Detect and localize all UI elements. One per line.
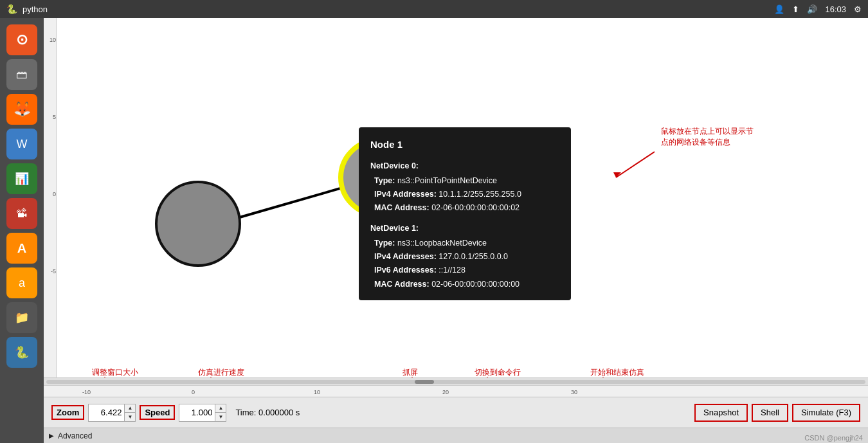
scrollbar-thumb[interactable] (415, 380, 434, 384)
tooltip-prop-ipv4-1: IPv4 Addresses: 127.0.0.1/255.0.0.0 (370, 250, 559, 264)
horizontal-scrollbar[interactable] (44, 377, 868, 385)
tooltip-section-1-title: NetDevice 1: (370, 222, 559, 235)
sidebar-item-files[interactable]: 🗃 (6, 59, 37, 90)
taskbar: 🐍 python 👤 ⬆ 🔊 16:03 ⚙ (0, 0, 868, 18)
main-content: 10 5 0 -5 Node 1 NetDevice 0: Type: ns3:… (44, 18, 868, 443)
sidebar-item-impress[interactable]: 📽 (6, 198, 37, 229)
simulate-key: (F3) (836, 408, 851, 417)
time-display: Time: 0.000000 s (235, 408, 300, 417)
speed-spinbox[interactable]: ▲ ▼ (179, 404, 226, 422)
speed-down-arrow[interactable]: ▼ (215, 413, 226, 421)
node-0[interactable] (156, 182, 240, 266)
person-icon: 👤 (774, 5, 784, 14)
tooltip-prop-ipv4-0: IPv4 Addresses: 10.1.1.2/255.255.255.0 (370, 188, 559, 201)
advanced-arrow-icon: ▶ (49, 432, 54, 439)
tooltip-prop-type0: Type: ns3::PointToPointNetDevice (370, 174, 559, 188)
tooltip-prop-mac-1: MAC Address: 02-06-00:00:00:00:00:00 (370, 278, 559, 291)
tooltip-popup: Node 1 NetDevice 0: Type: ns3::PointToPo… (359, 127, 571, 300)
shell-button[interactable]: Shell (752, 404, 788, 422)
settings-icon[interactable]: ⚙ (854, 5, 862, 14)
axis-tick-0: 0 (192, 389, 195, 395)
taskbar-right: 👤 ⬆ 🔊 16:03 ⚙ (774, 5, 862, 14)
volume-icon: 🔊 (807, 5, 817, 14)
sidebar-item-amazon[interactable]: a (6, 267, 37, 298)
sidebar-item-firefox[interactable]: 🦊 (6, 94, 37, 125)
toolbar: Zoom ▲ ▼ Speed ▲ ▼ Time: 0.000000 s Snap… (44, 397, 868, 428)
zoom-arrows: ▲ ▼ (124, 404, 135, 421)
canvas-area[interactable]: 10 5 0 -5 Node 1 NetDevice 0: Type: ns3:… (44, 18, 868, 377)
taskbar-app-icon: 🐍 (6, 4, 17, 14)
sidebar-item-calc[interactable]: 📊 (6, 163, 37, 194)
axis-tick-30: 30 (571, 389, 577, 395)
speed-label: Speed (140, 405, 175, 420)
tooltip-section-0-title: NetDevice 0: (370, 159, 559, 173)
sidebar-item-font[interactable]: A (6, 233, 37, 264)
speed-up-arrow[interactable]: ▲ (215, 404, 226, 413)
axis-bottom: -10 0 10 20 30 (44, 385, 868, 397)
simulate-label: Simulate (801, 408, 834, 417)
tooltip-prop-mac-0: MAC Address: 02-06-00:00:00:00:00:02 (370, 201, 559, 215)
speed-arrows: ▲ ▼ (215, 404, 226, 421)
sidebar-item-filemanager[interactable]: 📁 (6, 302, 37, 333)
ruler-tick-10: 10 (50, 37, 56, 43)
zoom-spinbox[interactable]: ▲ ▼ (88, 404, 136, 422)
watermark: CSDN @pengjh24 (804, 434, 863, 442)
tooltip-prop-type1: Type: ns3::LoopbackNetDevice (370, 237, 559, 250)
simulate-button[interactable]: Simulate (F3) (792, 404, 860, 422)
sidebar-item-ubuntu[interactable]: ⊙ (6, 24, 37, 55)
ruler-tick-n5: -5 (51, 269, 56, 275)
upload-icon: ⬆ (792, 5, 799, 14)
snapshot-button[interactable]: Snapshot (694, 404, 748, 422)
zoom-label: Zoom (51, 405, 84, 420)
advanced-label: Advanced (58, 431, 92, 440)
zoom-down-arrow[interactable]: ▼ (125, 413, 135, 421)
taskbar-left: 🐍 python (6, 4, 48, 14)
zoom-up-arrow[interactable]: ▲ (125, 404, 135, 413)
ruler-tick-5: 5 (53, 114, 56, 120)
speed-input[interactable] (179, 404, 215, 421)
scrollbar-track[interactable] (46, 380, 865, 384)
sidebar-item-python[interactable]: 🐍 (6, 337, 37, 368)
tooltip-prop-ipv6-1: IPv6 Addresses: ::1//128 (370, 264, 559, 277)
sidebar-item-writer[interactable]: W (6, 129, 37, 159)
tooltip-title: Node 1 (370, 136, 559, 153)
ruler-left: 10 5 0 -5 (44, 18, 57, 377)
taskbar-title: python (23, 5, 48, 14)
advanced-bar[interactable]: ▶ Advanced (44, 428, 868, 443)
zoom-input[interactable] (89, 404, 124, 421)
axis-tick-20: 20 (442, 389, 449, 395)
axis-tick-n10: -10 (82, 389, 91, 395)
taskbar-time: 16:03 (825, 5, 846, 14)
axis-tick-10: 10 (314, 389, 320, 395)
ruler-tick-0: 0 (53, 192, 56, 197)
sidebar: ⊙ 🗃 🦊 W 📊 📽 A a 📁 🐍 (0, 18, 44, 443)
